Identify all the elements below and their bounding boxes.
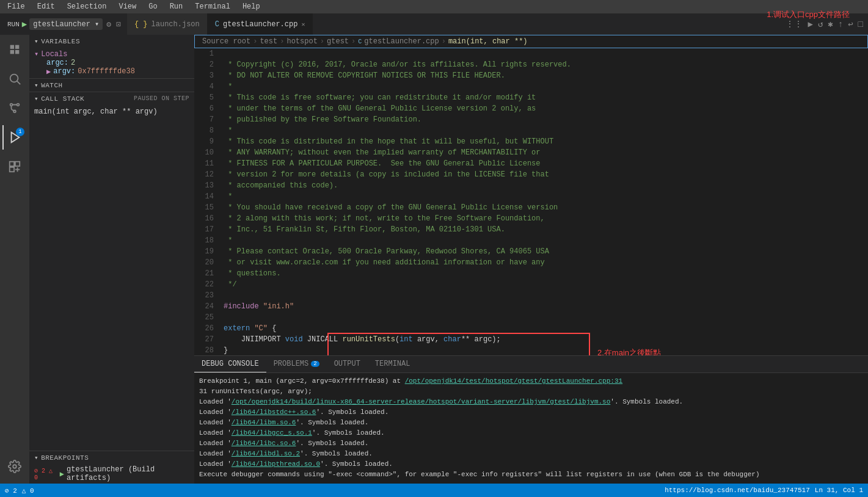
- watch-header[interactable]: ▾ WATCH: [29, 79, 194, 92]
- var-argc[interactable]: argc: 2: [34, 59, 189, 67]
- debug-line-1: Breakpoint 1, main (argc=2, argv=0x7ffff…: [199, 376, 863, 386]
- code-editor[interactable]: 12345 678910 1112131415 1617181920 21222…: [194, 48, 868, 355]
- menu-selection[interactable]: Selection: [65, 1, 109, 12]
- stack-item[interactable]: main(int argc, char ** argv): [34, 106, 189, 117]
- debug-link-1[interactable]: /opt/openjdk14/test/hotspot/gtest/gtestL…: [405, 377, 622, 385]
- json-icon: { }: [134, 20, 148, 29]
- code-area: Source root › test › hotspot › gtest › C…: [194, 35, 868, 484]
- status-url[interactable]: https://blog.csdn.net/baidu_23747517: [665, 487, 810, 494]
- code-line-15: * You should have received a copy of the…: [224, 202, 868, 213]
- breadcrumb-file[interactable]: gtestLauncher.cpp: [364, 37, 439, 46]
- split-icon[interactable]: ⊡: [115, 18, 122, 31]
- breakpoints-header[interactable]: ▾ BREAKPOINTS: [29, 451, 194, 464]
- debug-line-8: Loaded '/lib64/libdl.so.2'. Symbols load…: [199, 449, 863, 459]
- play-button[interactable]: ▶: [22, 19, 27, 29]
- variables-label: VARIABLES: [41, 38, 80, 45]
- code-line-24: #include "ini.h": [224, 301, 868, 312]
- code-line-16: * 2 along with this work; if not, write …: [224, 213, 868, 224]
- debug-link-8[interactable]: /lib64/libpthread.so.0: [232, 460, 320, 468]
- tab-close-icon[interactable]: ✕: [301, 21, 305, 28]
- menu-go[interactable]: Go: [146, 1, 159, 12]
- activity-extensions[interactable]: [2, 154, 27, 179]
- code-line-11: * FITNESS FOR A PARTICULAR PURPOSE. See …: [224, 158, 868, 169]
- debug-link-2[interactable]: /opt/openjdk14/build/linux-x86_64-server…: [232, 398, 611, 405]
- svg-rect-12: [10, 167, 14, 172]
- code-line-14: *: [224, 191, 868, 202]
- locals-label[interactable]: ▾ Locals: [34, 49, 189, 59]
- toolbar-right: ⋮⋮ ▶ ↺ ✱ ↑ ↩ □: [781, 19, 868, 29]
- breadcrumb-hotspot[interactable]: hotspot: [286, 37, 317, 46]
- status-position[interactable]: Ln 31, Col 1: [815, 487, 863, 494]
- activity-git[interactable]: [2, 96, 27, 120]
- cpp-icon: C: [215, 20, 219, 29]
- call-stack-header[interactable]: ▾ CALL STACK PAUSED ON STEP: [29, 92, 194, 105]
- output-tab[interactable]: OUTPUT: [327, 355, 368, 372]
- status-warnings[interactable]: △ 0: [22, 487, 34, 495]
- svg-rect-3: [15, 50, 19, 54]
- run-controls: RUN ▶ gtestLauncher ▾ ⚙ ⊡: [2, 13, 127, 35]
- breadcrumb-source[interactable]: Source root: [202, 37, 250, 46]
- debug-panel: DEBUG CONSOLE PROBLEMS 2 OUTPUT TERMINAL…: [194, 355, 868, 484]
- breadcrumb-gtest[interactable]: gtest: [327, 37, 349, 46]
- code-line-9: * This code is distributed in the hope t…: [224, 136, 868, 147]
- step-over-icon[interactable]: ↑: [838, 20, 843, 29]
- run-label: RUN: [7, 21, 20, 28]
- breakpoints-label: BREAKPOINTS: [41, 454, 89, 462]
- terminal-tab[interactable]: TERMINAL: [368, 355, 418, 372]
- menu-edit[interactable]: Edit: [35, 1, 57, 12]
- svg-rect-2: [10, 50, 14, 54]
- breadcrumb-test[interactable]: test: [260, 37, 277, 46]
- debug-line-2: 31 runUnitTests(argc, argv);: [199, 386, 863, 396]
- activity-settings[interactable]: [2, 454, 27, 479]
- activity-debug[interactable]: 1: [2, 125, 27, 150]
- breakpoints-arrow: ▾: [34, 454, 38, 462]
- stop-icon[interactable]: □: [858, 20, 863, 29]
- debug-line-6: Loaded '/lib64/libgcc_s.so.1'. Symbols l…: [199, 428, 863, 438]
- debug-link-5[interactable]: /lib64/libgcc_s.so.1: [232, 429, 312, 437]
- breakpoint-item[interactable]: gtestLauncher (Build artifacts): [67, 465, 189, 482]
- tab-launch-json[interactable]: { } launch.json: [127, 13, 208, 35]
- breadcrumb-bar: Source root › test › hotspot › gtest › C…: [194, 35, 868, 48]
- run-debug-icon[interactable]: ▶: [808, 19, 812, 29]
- menu-file[interactable]: File: [5, 1, 27, 12]
- var-argv[interactable]: ▶ argv: 0x7ffffffde38: [34, 67, 189, 76]
- side-panel: ▾ VARIABLES ▾ Locals argc: 2 ▶ argv:: [29, 35, 194, 484]
- breadcrumb-file-icon: C: [358, 38, 362, 45]
- menu-terminal[interactable]: Terminal: [192, 1, 233, 12]
- svg-point-4: [10, 74, 18, 82]
- activity-search[interactable]: [2, 67, 27, 91]
- code-line-4: *: [224, 81, 868, 92]
- menu-run[interactable]: Run: [167, 1, 186, 12]
- debug-line-7: Loaded '/lib64/libc.so.6'. Symbols loade…: [199, 438, 863, 448]
- debug-link-7[interactable]: /lib64/libdl.so.2: [232, 450, 300, 457]
- menu-view[interactable]: View: [116, 1, 139, 12]
- undo-icon[interactable]: ↩: [848, 19, 853, 29]
- debug-link-6[interactable]: /lib64/libc.so.6: [232, 440, 296, 447]
- settings-icon[interactable]: ⚙: [105, 18, 112, 31]
- activity-explorer[interactable]: [2, 37, 27, 62]
- code-viewport: 12345 678910 1112131415 1617181920 21222…: [194, 48, 868, 355]
- status-errors[interactable]: ⊘ 2: [5, 487, 17, 495]
- tab-gtestlauncher-cpp[interactable]: C gtestLauncher.cpp ✕: [208, 13, 313, 35]
- variables-header[interactable]: ▾ VARIABLES: [29, 35, 194, 48]
- problems-tab[interactable]: PROBLEMS 2: [266, 355, 327, 372]
- debug-line-4: Loaded '/lib64/libstdc++.so.6'. Symbols …: [199, 407, 863, 417]
- debug-console-tab[interactable]: DEBUG CONSOLE: [194, 355, 266, 372]
- code-line-6: * under the terms of the GNU General Pub…: [224, 103, 868, 114]
- debug-link-4[interactable]: /lib64/libm.so.6: [232, 419, 296, 426]
- debug-line-10: Execute debugger commands using "-exec <…: [199, 470, 863, 479]
- menu-help[interactable]: Help: [240, 1, 263, 12]
- code-line-7: * published by the Free Software Foundat…: [224, 114, 868, 125]
- code-line-26: extern "C" {: [224, 323, 868, 334]
- breadcrumb-func[interactable]: main(int, char **): [448, 37, 528, 46]
- call-stack-content: main(int argc, char ** argv): [29, 105, 194, 118]
- call-stack-section: ▾ CALL STACK PAUSED ON STEP main(int arg…: [29, 92, 194, 118]
- svg-rect-11: [15, 162, 20, 166]
- config-name[interactable]: gtestLauncher ▾: [29, 18, 103, 30]
- bluetooth-icon: ✱: [828, 19, 833, 29]
- restart-icon[interactable]: ↺: [818, 19, 823, 29]
- debug-link-3[interactable]: /lib64/libstdc++.so.6: [232, 408, 316, 416]
- svg-line-5: [17, 81, 20, 85]
- code-line-10: * ANY WARRANTY; without even the implied…: [224, 147, 868, 158]
- debug-content[interactable]: Breakpoint 1, main (argc=2, argv=0x7ffff…: [194, 373, 868, 484]
